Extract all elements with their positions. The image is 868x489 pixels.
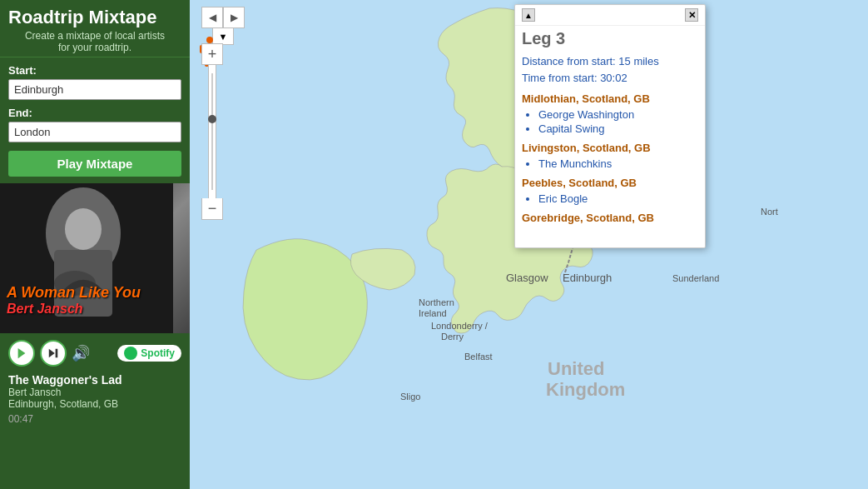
- player-controls: 🔊 Spotify: [0, 333, 190, 370]
- svg-text:Sunderland: Sunderland: [672, 273, 719, 283]
- artist-item[interactable]: Capital Swing: [538, 122, 698, 135]
- spotify-icon: [124, 347, 137, 360]
- sidebar: Roadtrip Mixtape Create a mixtape of loc…: [0, 0, 190, 489]
- popup-location-2: Peebles, Scotland, GB: [522, 177, 698, 189]
- svg-text:Ireland: Ireland: [419, 308, 447, 318]
- zoom-track: [211, 73, 213, 190]
- svg-rect-7: [56, 349, 58, 358]
- artist-item[interactable]: Eric Bogle: [538, 192, 698, 205]
- zoom-in-button[interactable]: +: [201, 43, 223, 65]
- popup-location-0: Midlothian, Scotland, GB: [522, 92, 698, 105]
- map-nav-horizontal: ◀ ▶: [201, 7, 245, 28]
- map-background: M Glasgow Edinburgh United Kingdom Londo…: [190, 0, 868, 489]
- zoom-handle[interactable]: [208, 115, 216, 123]
- album-art: A Woman Like You Bert Jansch: [0, 183, 190, 333]
- popup-header: ▲ ✕: [515, 5, 705, 26]
- popup-content[interactable]: Distance from start: 15 miles Time from …: [515, 50, 705, 247]
- play-mixtape-button[interactable]: Play Mixtape: [8, 151, 181, 177]
- svg-text:Sligo: Sligo: [400, 392, 420, 402]
- route-form: Start: End: Play Mixtape: [0, 57, 190, 183]
- popup-distance: Distance from start: 15 miles Time from …: [522, 53, 698, 86]
- svg-text:Kingdom: Kingdom: [546, 379, 625, 400]
- volume-icon[interactable]: 🔊: [72, 344, 90, 362]
- zoom-out-button[interactable]: −: [201, 198, 223, 220]
- album-text-overlay: A Woman Like You Bert Jansch: [7, 284, 183, 317]
- svg-text:Glasgow: Glasgow: [506, 272, 548, 284]
- track-location: Edinburgh, Scotland, GB: [8, 398, 181, 410]
- svg-marker-6: [49, 349, 55, 358]
- app-subtitle: Create a mixtape of local artistsfor you…: [8, 30, 181, 53]
- sidebar-header: Roadtrip Mixtape Create a mixtape of loc…: [0, 0, 190, 57]
- svg-text:Londonderry /: Londonderry /: [431, 321, 489, 331]
- info-popup: ▲ ✕ Leg 3 Distance from start: 15 miles …: [514, 4, 706, 248]
- track-info: The Waggoner's Lad Bert Jansch Edinburgh…: [0, 370, 190, 430]
- play-pause-button[interactable]: [8, 340, 35, 367]
- svg-text:Northern: Northern: [419, 297, 454, 307]
- track-artist: Bert Jansch: [8, 387, 181, 398]
- popup-artists-list-1: The Munchkins: [522, 157, 698, 170]
- end-input[interactable]: [8, 122, 181, 142]
- popup-location-3: Gorebridge, Scotland, GB: [522, 212, 698, 224]
- map-nav-left[interactable]: ◀: [201, 7, 223, 28]
- start-label: Start:: [8, 64, 181, 77]
- svg-text:United: United: [548, 358, 604, 379]
- spotify-label: Spotify: [141, 347, 175, 359]
- start-input[interactable]: [8, 79, 181, 100]
- svg-text:Derry: Derry: [441, 332, 464, 342]
- popup-artists-list-0: George Washington Capital Swing: [522, 108, 698, 135]
- svg-text:Nort: Nort: [761, 207, 778, 217]
- track-name: The Waggoner's Lad: [8, 373, 181, 387]
- popup-location-1: Livingston, Scotland, GB: [522, 142, 698, 154]
- album-artist-name: Bert Jansch: [7, 302, 183, 317]
- next-track-button[interactable]: [40, 340, 67, 367]
- distance-text: Distance from start: 15 miles: [522, 55, 659, 67]
- popup-title: Leg 3: [515, 26, 705, 50]
- zoom-slider[interactable]: [208, 65, 216, 198]
- zoom-controls: + −: [201, 43, 223, 220]
- popup-artists-list-2: Eric Bogle: [522, 192, 698, 205]
- time-text: Time from start: 30:02: [522, 72, 627, 84]
- artist-item[interactable]: George Washington: [538, 108, 698, 121]
- map-container[interactable]: M Glasgow Edinburgh United Kingdom Londo…: [190, 0, 868, 489]
- album-song-title: A Woman Like You: [7, 284, 183, 302]
- track-time: 00:47: [8, 413, 181, 425]
- spotify-button[interactable]: Spotify: [117, 345, 181, 362]
- end-label: End:: [8, 107, 181, 119]
- map-nav-right[interactable]: ▶: [223, 7, 245, 28]
- svg-text:Belfast: Belfast: [464, 352, 493, 362]
- svg-marker-5: [18, 348, 26, 358]
- svg-rect-33: [206, 37, 213, 43]
- popup-close-button[interactable]: ✕: [685, 8, 698, 22]
- svg-point-2: [65, 208, 102, 250]
- popup-collapse-button[interactable]: ▲: [522, 8, 535, 22]
- app-title: Roadtrip Mixtape: [8, 7, 181, 28]
- svg-text:Edinburgh: Edinburgh: [563, 272, 612, 284]
- artist-item[interactable]: The Munchkins: [538, 157, 698, 170]
